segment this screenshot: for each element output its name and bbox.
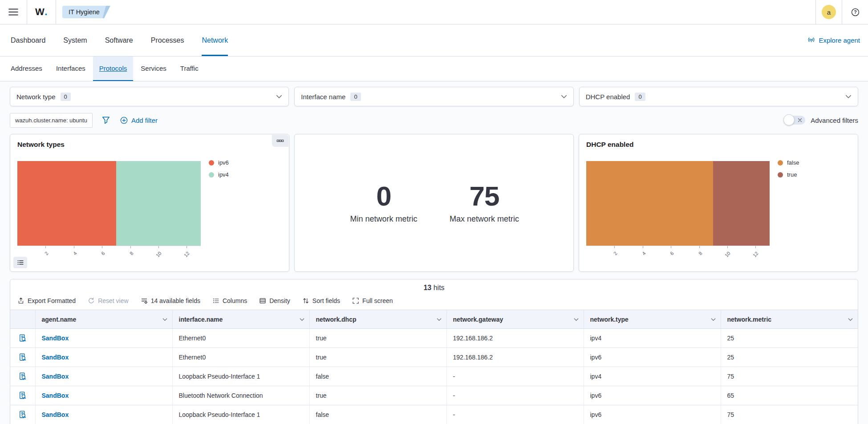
columns-list-icon [212, 297, 219, 304]
agent-name-link[interactable]: SandBox [42, 354, 69, 361]
legend-item-false[interactable]: false [778, 159, 799, 166]
app-badge[interactable]: IT Hygiene [62, 6, 110, 18]
table-body: SandBoxEthernet0true192.168.186.2ipv425S… [10, 329, 858, 424]
axis-tick-label: 4 [641, 250, 647, 256]
wazuh-logo[interactable]: W. [27, 0, 56, 24]
results-table: agent.name interface.name network.dhcp n… [10, 310, 858, 424]
subtab-protocols[interactable]: Protocols [93, 57, 134, 81]
cell-network-gateway: - [446, 405, 584, 424]
chevron-down-icon[interactable] [848, 318, 853, 321]
sort-fields-button[interactable]: Sort fields [302, 297, 340, 304]
help-button[interactable]: ? [851, 8, 860, 16]
reset-view-button[interactable]: Reset view [88, 297, 128, 304]
column-header-interface-name[interactable]: interface.name [172, 310, 309, 329]
hits-number: 13 [423, 284, 431, 291]
agent-name-link[interactable]: SandBox [42, 411, 69, 418]
columns-button[interactable]: Columns [212, 297, 247, 304]
chevron-down-icon[interactable] [300, 318, 304, 321]
column-header-agent-name[interactable]: agent.name [35, 310, 172, 329]
cell-network-type: ipv4 [584, 329, 721, 348]
inspect-row-button[interactable] [18, 391, 28, 400]
legend-dot [778, 172, 783, 178]
export-icon [17, 297, 24, 304]
inspect-row-button[interactable] [18, 333, 28, 343]
full-screen-button[interactable]: Full screen [352, 297, 393, 304]
subtab-interfaces[interactable]: Interfaces [50, 57, 92, 81]
tab-dashboard[interactable]: Dashboard [11, 24, 45, 56]
control-column-header [10, 310, 35, 329]
legend-item-ipv6[interactable]: ipv6 [209, 159, 229, 166]
subtab-addresses[interactable]: Addresses [4, 57, 49, 81]
select-label: Interface name [301, 93, 345, 101]
chevron-down-icon[interactable] [162, 318, 167, 321]
available-fields-button[interactable]: 14 available fields [141, 297, 200, 304]
panel-options-button[interactable] [272, 135, 288, 147]
agent-name-link[interactable]: SandBox [42, 373, 69, 380]
axis-tick-mark [755, 246, 756, 248]
bar-segment-false [586, 161, 713, 246]
legend-label: ipv4 [218, 171, 229, 178]
hamburger-menu-button[interactable] [0, 0, 27, 24]
legend-dot [778, 160, 783, 166]
toolbar-label: Full screen [362, 297, 393, 304]
toolbar-label: Density [269, 297, 290, 304]
network-type-select[interactable]: Network type 0 [10, 87, 289, 106]
interface-name-select[interactable]: Interface name 0 [294, 87, 573, 106]
axis-tick-mark [643, 246, 643, 248]
fullscreen-icon [352, 297, 359, 304]
table-row: SandBoxLoopback Pseudo-Interface 1false-… [10, 405, 858, 424]
export-formatted-button[interactable]: Export Formatted [17, 297, 76, 304]
tab-system[interactable]: System [63, 24, 87, 56]
cell-network-metric: 75 [721, 367, 858, 386]
cell-agent-name: SandBox [35, 348, 172, 367]
legend-item-ipv4[interactable]: ipv4 [209, 171, 229, 178]
metric-group: 0 Min network metric 75 Max network metr… [295, 134, 573, 271]
agent-name-link[interactable]: SandBox [42, 335, 69, 342]
density-button[interactable]: Density [259, 297, 290, 304]
user-avatar[interactable]: a [822, 5, 836, 19]
plus-circle-icon [120, 117, 128, 124]
column-header-network-metric[interactable]: network.metric [721, 310, 858, 329]
tab-software[interactable]: Software [105, 24, 133, 56]
cluster-filter-pill[interactable]: wazuh.cluster.name: ubuntu [10, 113, 93, 128]
cell-network-gateway: - [446, 367, 584, 386]
select-label: Network type [16, 93, 56, 101]
cell-network-type: ipv6 [584, 386, 721, 405]
column-header-network-dhcp[interactable]: network.dhcp [309, 310, 446, 329]
column-header-network-type[interactable]: network.type [584, 310, 721, 329]
cell-agent-name: SandBox [35, 405, 172, 424]
legend-item-true[interactable]: true [778, 171, 799, 178]
explore-agent-button[interactable]: Explore agent [807, 24, 860, 56]
legend-toggle-button[interactable] [13, 257, 27, 268]
cell-network-metric: 25 [721, 329, 858, 348]
chevron-down-icon[interactable] [574, 318, 579, 321]
inspect-document-icon [19, 372, 27, 380]
chevron-down-icon[interactable] [711, 318, 716, 321]
toolbar-label: Sort fields [312, 297, 340, 304]
chevron-down-icon[interactable] [437, 318, 442, 321]
hits-count: 13 hits [10, 279, 858, 293]
visualization-panels: Network types 24681012 ipv6ipv4 0 Min ne… [10, 134, 858, 272]
column-header-network-gateway[interactable]: network.gateway [446, 310, 584, 329]
agent-name-link[interactable]: SandBox [42, 392, 69, 399]
subtab-traffic[interactable]: Traffic [174, 57, 205, 81]
inspect-row-button[interactable] [18, 410, 28, 420]
add-filter-button[interactable]: Add filter [120, 117, 158, 124]
tab-processes[interactable]: Processes [151, 24, 184, 56]
panel-title: DHCP enabled [586, 141, 634, 149]
axis-tick-mark [699, 246, 700, 248]
table-header-row: agent.name interface.name network.dhcp n… [10, 310, 858, 329]
column-label: network.dhcp [316, 316, 357, 323]
advanced-filters-toggle[interactable] [785, 116, 805, 125]
filter-options-button[interactable] [102, 116, 110, 124]
explore-agent-label: Explore agent [819, 36, 860, 44]
tab-network[interactable]: Network [202, 24, 228, 56]
dhcp-enabled-select[interactable]: DHCP enabled 0 [579, 87, 858, 106]
inspect-document-icon [19, 392, 27, 400]
inspect-row-button[interactable] [18, 352, 28, 362]
chart-legend: falsetrue [778, 159, 799, 178]
inspect-row-button[interactable] [18, 372, 28, 381]
select-label: DHCP enabled [586, 93, 630, 101]
subtab-services[interactable]: Services [134, 57, 173, 81]
max-metric: 75 Max network metric [444, 182, 524, 224]
